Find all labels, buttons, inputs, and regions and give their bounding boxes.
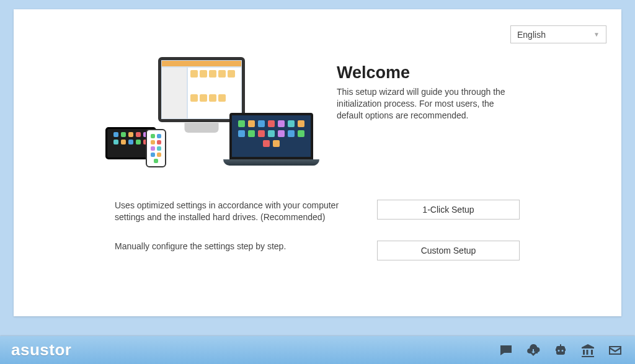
chat-icon[interactable]	[497, 343, 515, 358]
devices-illustration	[115, 63, 307, 166]
chevron-down-icon: ▼	[593, 31, 600, 38]
language-select[interactable]: English ▼	[510, 25, 606, 43]
brand-logo: asustor	[11, 340, 71, 360]
cloud-download-icon[interactable]	[525, 343, 542, 358]
one-click-setup-button[interactable]: 1-Click Setup	[377, 200, 520, 220]
one-click-description: Uses optimized settings in accordance wi…	[115, 200, 366, 223]
custom-row: Manually configure the settings step by …	[115, 241, 553, 260]
custom-setup-button[interactable]: Custom Setup	[377, 241, 520, 260]
welcome-body: This setup wizard will guide you through…	[337, 86, 510, 122]
robot-icon[interactable]	[552, 343, 569, 358]
mail-icon[interactable]	[606, 343, 624, 358]
library-icon[interactable]	[579, 343, 597, 358]
setup-wizard-panel: English ▼	[14, 9, 621, 316]
one-click-row: Uses optimized settings in accordance wi…	[115, 200, 553, 223]
footer-bar: asustor	[0, 336, 635, 364]
custom-description: Manually configure the settings step by …	[115, 241, 366, 252]
language-value: English	[517, 30, 546, 40]
welcome-title: Welcome	[337, 63, 510, 82]
